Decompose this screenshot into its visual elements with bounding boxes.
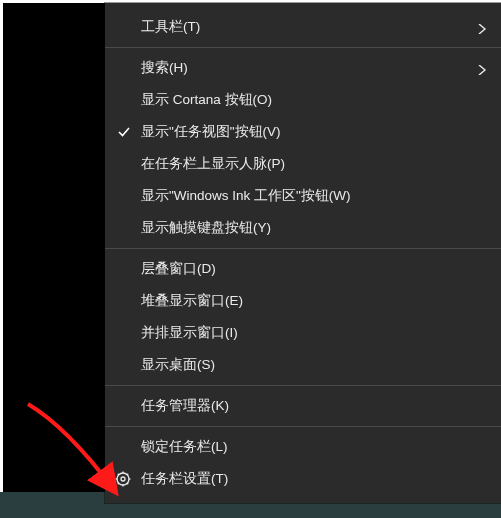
separator (105, 248, 501, 249)
menu-item-label: 任务栏设置(T) (141, 470, 228, 488)
menu-item-label: 并排显示窗口(I) (141, 324, 238, 342)
menu-item-label: 显示"任务视图"按钮(V) (141, 123, 281, 141)
menu-item-stack-windows[interactable]: 堆叠显示窗口(E) (105, 285, 501, 317)
chevron-right-icon (477, 22, 487, 32)
menu-item-label: 层叠窗口(D) (141, 260, 216, 278)
menu-item-show-cortana[interactable]: 显示 Cortana 按钮(O) (105, 84, 501, 116)
menu-item-label: 工具栏(T) (141, 18, 200, 36)
menu-item-label: 任务管理器(K) (141, 397, 229, 415)
menu-item-label: 在任务栏上显示人脉(P) (141, 155, 285, 173)
svg-line-9 (127, 474, 128, 475)
svg-line-8 (118, 483, 119, 484)
check-icon (117, 125, 131, 139)
menu-item-label: 搜索(H) (141, 59, 188, 77)
separator (105, 47, 501, 48)
menu-item-show-task-view[interactable]: 显示"任务视图"按钮(V) (105, 116, 501, 148)
svg-point-1 (121, 477, 125, 481)
menu-item-show-touch-keyboard[interactable]: 显示触摸键盘按钮(Y) (105, 212, 501, 244)
menu-item-task-manager[interactable]: 任务管理器(K) (105, 390, 501, 422)
separator (105, 385, 501, 386)
taskbar-context-menu: 工具栏(T) 搜索(H) 显示 Cortana 按钮(O) 显示"任务视图"按钮… (105, 3, 501, 503)
menu-item-show-people[interactable]: 在任务栏上显示人脉(P) (105, 148, 501, 180)
menu-item-label: 显示"Windows Ink 工作区"按钮(W) (141, 187, 351, 205)
canvas: 工具栏(T) 搜索(H) 显示 Cortana 按钮(O) 显示"任务视图"按钮… (0, 0, 501, 518)
separator (105, 426, 501, 427)
gear-icon (115, 471, 131, 487)
menu-item-toolbars[interactable]: 工具栏(T) (105, 11, 501, 43)
menu-item-label: 堆叠显示窗口(E) (141, 292, 243, 310)
chevron-right-icon (477, 63, 487, 73)
svg-line-7 (127, 483, 128, 484)
menu-item-cascade-windows[interactable]: 层叠窗口(D) (105, 253, 501, 285)
menu-item-label: 显示桌面(S) (141, 356, 215, 374)
menu-item-show-windows-ink[interactable]: 显示"Windows Ink 工作区"按钮(W) (105, 180, 501, 212)
menu-item-label: 显示 Cortana 按钮(O) (141, 91, 272, 109)
menu-item-label: 锁定任务栏(L) (141, 438, 228, 456)
menu-item-label: 显示触摸键盘按钮(Y) (141, 219, 271, 237)
menu-item-show-desktop[interactable]: 显示桌面(S) (105, 349, 501, 381)
menu-item-search[interactable]: 搜索(H) (105, 52, 501, 84)
menu-item-side-by-side-windows[interactable]: 并排显示窗口(I) (105, 317, 501, 349)
menu-item-lock-taskbar[interactable]: 锁定任务栏(L) (105, 431, 501, 463)
svg-line-6 (118, 474, 119, 475)
menu-item-taskbar-settings[interactable]: 任务栏设置(T) (105, 463, 501, 495)
